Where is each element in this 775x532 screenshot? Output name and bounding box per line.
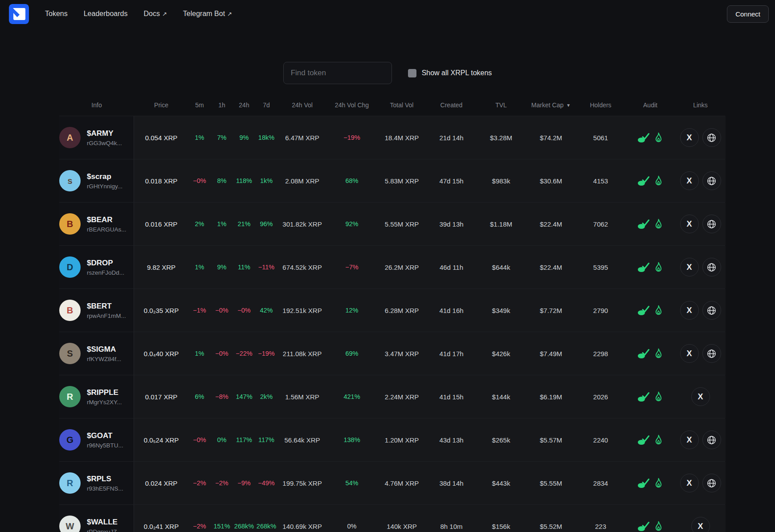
website-link-button[interactable] (702, 430, 721, 449)
nav-item-tokens[interactable]: Tokens (45, 10, 68, 18)
change-24h-cell: 11% (233, 246, 255, 288)
twitter-x-link-button[interactable]: X (680, 301, 699, 320)
app-logo[interactable] (9, 4, 29, 24)
token-info-cell: R $RIPPLE rMgrYs2XY... (59, 375, 134, 418)
twitter-x-link-button[interactable]: X (680, 258, 699, 276)
token-address[interactable]: rfKYWZ84f... (87, 356, 121, 362)
col-header-audit[interactable]: Audit (625, 102, 675, 109)
twitter-x-link-button[interactable]: X (680, 128, 699, 147)
col-header-24h-vol-chg[interactable]: 24h Vol Chg (327, 102, 377, 109)
token-avatar-label: s (67, 176, 72, 186)
burn-flame-icon (653, 434, 664, 446)
twitter-x-link-button[interactable]: X (691, 517, 710, 532)
token-address[interactable]: rPDgpxuJZ... (87, 528, 122, 532)
created-cell: 8h 10m (427, 505, 476, 532)
col-header-links[interactable]: Links (675, 102, 726, 109)
total-vol-cell: 3.47M XRP (377, 332, 427, 375)
token-row[interactable]: B $BEAR rBEARGUAs... 0.016 XRP 2% 1% 21%… (59, 202, 725, 245)
col-header-holders[interactable]: Holders (576, 102, 625, 109)
token-meta: $WALLE rPDgpxuJZ... (87, 518, 122, 532)
market-cap-cell: $5.57M (526, 418, 576, 461)
external-link-icon: ↗ (227, 11, 232, 17)
token-symbol[interactable]: $scrap (87, 172, 122, 181)
nav-item-telegram-bot[interactable]: Telegram Bot ↗ (183, 10, 232, 18)
token-symbol[interactable]: $DROP (87, 259, 124, 268)
token-row[interactable]: s $scrap rGHtYnnigy... 0.018 XRP −0% 8% … (59, 159, 725, 202)
created-cell: 41d 15h (427, 375, 476, 418)
tokens-table: Info Price 5m 1h 24h 7d 24h Vol 24h Vol … (59, 99, 725, 532)
website-link-button[interactable] (702, 215, 721, 233)
external-link-icon: ↗ (162, 11, 167, 17)
website-link-button[interactable] (702, 128, 721, 147)
audit-cell (625, 505, 675, 532)
token-row[interactable]: A $ARMY rGG3wQ4k... 0.054 XRP 1% 7% 9% 1… (59, 116, 725, 159)
token-symbol[interactable]: $GOAT (87, 431, 123, 440)
twitter-x-link-button[interactable]: X (691, 387, 710, 406)
market-cap-cell: $22.4M (526, 246, 576, 288)
token-row[interactable]: B $BERT rpwAnF1mM... 0.0₂35 XRP −1% −0% … (59, 288, 725, 332)
vol-chg-24h-cell: 69% (327, 332, 377, 375)
search-input[interactable] (291, 69, 384, 77)
show-all-checkbox[interactable] (408, 69, 416, 77)
token-address[interactable]: r96Ny5BTU... (87, 442, 123, 449)
token-symbol[interactable]: $RIPPLE (87, 388, 122, 397)
nav-item-leaderboards[interactable]: Leaderboards (84, 10, 128, 18)
token-address[interactable]: rpwAnF1mM... (87, 313, 126, 319)
token-address[interactable]: r93hE5FNS... (87, 485, 123, 492)
website-link-button[interactable] (702, 474, 721, 492)
twitter-x-link-button[interactable]: X (680, 171, 699, 190)
x-logo-icon: X (698, 392, 703, 402)
token-row[interactable]: W $WALLE rPDgpxuJZ... 0.0₂41 XRP −2% 151… (59, 504, 725, 532)
col-header-5m[interactable]: 5m (188, 102, 211, 109)
market-cap-cell: $74.2M (526, 116, 576, 159)
change-1h-cell: −2% (211, 462, 233, 504)
token-address[interactable]: rGG3wQ4k... (87, 140, 122, 146)
token-symbol[interactable]: $WALLE (87, 518, 122, 527)
token-row[interactable]: R $RIPPLE rMgrYs2XY... 0.017 XRP 6% −8% … (59, 375, 725, 418)
token-meta: $RPLS r93hE5FNS... (87, 475, 123, 492)
token-row[interactable]: S $SIGMA rfKYWZ84f... 0.0₄40 XRP 1% −0% … (59, 332, 725, 375)
token-address[interactable]: rszenFJoDd... (87, 269, 124, 276)
token-row[interactable]: D $DROP rszenFJoDd... 9.82 XRP 1% 9% 11%… (59, 245, 725, 288)
website-link-button[interactable] (702, 301, 721, 320)
token-address[interactable]: rMgrYs2XY... (87, 399, 122, 406)
col-header-total-vol[interactable]: Total Vol (377, 102, 427, 109)
audit-cell (625, 462, 675, 504)
col-header-24h[interactable]: 24h (233, 102, 255, 109)
change-7d-cell: 1k% (255, 159, 277, 202)
vol-chg-24h-cell: 138% (327, 418, 377, 461)
burn-flame-icon (653, 175, 664, 187)
website-link-button[interactable] (702, 344, 721, 363)
price-cell: 0.017 XRP (134, 375, 188, 418)
token-symbol[interactable]: $ARMY (87, 129, 122, 138)
col-header-market-cap[interactable]: Market Cap ▼ (526, 102, 576, 109)
token-row[interactable]: G $GOAT r96Ny5BTU... 0.0₅24 XRP −0% 0% 1… (59, 418, 725, 461)
token-symbol[interactable]: $BERT (87, 302, 126, 311)
created-cell: 41d 16h (427, 289, 476, 332)
token-symbol[interactable]: $BEAR (87, 215, 126, 224)
vol-chg-24h-cell: 0% (327, 505, 377, 532)
connect-wallet-button[interactable]: Connect (727, 5, 769, 23)
col-header-tvl[interactable]: TVL (476, 102, 526, 109)
website-link-button[interactable] (702, 171, 721, 190)
token-info-cell: G $GOAT r96Ny5BTU... (59, 418, 134, 461)
links-cell: X (675, 462, 726, 504)
twitter-x-link-button[interactable]: X (680, 430, 699, 449)
col-header-24h-vol[interactable]: 24h Vol (277, 102, 327, 109)
col-header-created[interactable]: Created (427, 102, 476, 109)
twitter-x-link-button[interactable]: X (680, 344, 699, 363)
col-header-info[interactable]: Info (59, 102, 134, 109)
twitter-x-link-button[interactable]: X (680, 474, 699, 492)
token-symbol[interactable]: $RPLS (87, 475, 123, 483)
nav-item-docs[interactable]: Docs ↗ (143, 10, 167, 18)
token-row[interactable]: R $RPLS r93hE5FNS... 0.024 XRP −2% −2% −… (59, 461, 725, 504)
token-symbol[interactable]: $SIGMA (87, 345, 121, 354)
token-info-cell: A $ARMY rGG3wQ4k... (59, 116, 134, 159)
token-address[interactable]: rBEARGUAs... (87, 226, 126, 233)
col-header-1h[interactable]: 1h (211, 102, 233, 109)
col-header-7d[interactable]: 7d (255, 102, 277, 109)
twitter-x-link-button[interactable]: X (680, 215, 699, 233)
col-header-price[interactable]: Price (134, 102, 188, 109)
website-link-button[interactable] (702, 258, 721, 276)
token-address[interactable]: rGHtYnnigy... (87, 183, 122, 190)
